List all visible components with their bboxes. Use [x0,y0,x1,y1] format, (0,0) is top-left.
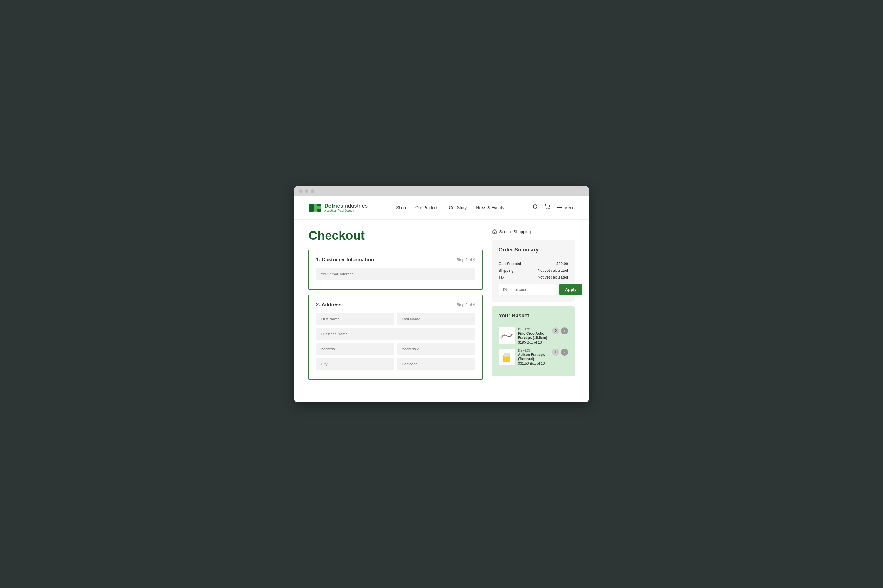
first-name-input[interactable] [316,313,394,325]
svg-point-6 [546,208,547,209]
logo-area[interactable]: DefriesIndustries Hospitals Trust Defrie… [308,201,368,214]
item-name: Adison Forceps (Toothed) [518,352,549,361]
browser-chrome [294,186,589,196]
item-price: $31.50 Box of 10 [518,362,549,366]
discount-code-input[interactable] [499,284,557,295]
header-actions: Menu [533,204,575,211]
remove-item-button[interactable]: × [561,349,568,356]
apply-button[interactable]: Apply [559,284,582,295]
nav-shop[interactable]: Shop [396,206,406,210]
tax-value: Not yet calculated [538,275,568,279]
svg-point-7 [548,208,549,209]
nav-our-products[interactable]: Our Products [415,206,439,210]
cart-subtotal-value: $99.99 [556,261,568,266]
address2-input[interactable] [397,343,475,355]
your-basket: Your Basket DEF [492,306,575,376]
logo-tagline: Hospitals Trust Defries [324,209,368,212]
logo-brand: DefriesIndustries [324,203,368,209]
address-step-label: Step 2 of 4 [457,302,475,307]
nav-news-events[interactable]: News & Events [476,206,504,210]
menu-button[interactable]: Menu [557,206,575,210]
tax-row: Tax Not yet calculated [499,275,568,279]
menu-label: Menu [564,206,575,210]
svg-line-5 [536,208,538,209]
city-postcode-row [316,358,475,373]
secure-badge: Secure Shopping [492,228,575,235]
cart-icon[interactable] [544,204,551,211]
nav-our-story[interactable]: Our Story [449,206,466,210]
site-header: DefriesIndustries Hospitals Trust Defrie… [294,196,589,220]
item-qty-badge: 2 [552,327,559,334]
svg-rect-16 [504,353,510,356]
email-input[interactable] [316,268,475,280]
shipping-label: Shipping [499,268,514,273]
address-row [316,343,475,358]
order-summary: Order Summary Cart Subtotal $99.99 Shipp… [492,240,575,302]
item-name: Fine Croc-Action Forceps (15.5cm) [518,332,549,340]
postcode-input[interactable] [397,358,475,370]
basket-item: DEF123 Adison Forceps (Toothed) $31.50 B… [499,349,568,366]
browser-dot-green [311,189,314,193]
svg-rect-0 [309,204,314,212]
shipping-row: Shipping Not yet calculated [499,268,568,273]
customer-section-title: 1. Customer Information [316,257,374,262]
cart-subtotal-row: Cart Subtotal $99.99 [499,261,568,266]
browser-window: DefriesIndustries Hospitals Trust Defrie… [294,186,589,402]
search-icon[interactable] [533,204,539,211]
item-info-adison: DEF123 Adison Forceps (Toothed) $31.50 B… [518,349,549,366]
basket-divider [499,323,568,323]
main-nav: Shop Our Products Our Story News & Event… [396,206,504,210]
cart-subtotal-label: Cart Subtotal [499,261,521,266]
item-sku: DEF123 [518,349,549,352]
logo-icon [308,201,321,214]
shipping-value: Not yet calculated [538,268,568,273]
basket-item: DEF123 Fine Croc-Action Forceps (15.5cm)… [499,327,568,345]
item-image-adison [499,349,515,365]
name-row [316,313,475,328]
remove-item-button[interactable]: × [561,327,568,334]
secure-label: Secure Shopping [499,230,531,234]
lock-icon [492,228,497,235]
item-info-forceps: DEF123 Fine Croc-Action Forceps (15.5cm)… [518,327,549,345]
section-header-address: 2. Address Step 2 of 4 [316,302,475,308]
tax-label: Tax [499,275,504,279]
summary-divider [499,258,568,258]
city-input[interactable] [316,358,394,370]
discount-row: Apply [499,284,568,295]
section-header-customer: 1. Customer Information Step 1 of 4 [316,257,475,262]
item-qty-badge: 1 [552,349,559,356]
svg-point-12 [494,232,495,232]
svg-rect-17 [504,356,509,357]
page-title: Checkout [308,228,483,243]
checkout-form-area: Checkout 1. Customer Information Step 1 … [308,228,483,385]
svg-rect-3 [314,206,321,208]
item-image-forceps [499,327,515,344]
browser-dot-red [299,189,302,193]
basket-title: Your Basket [499,313,568,319]
address-section: 2. Address Step 2 of 4 [308,295,483,380]
customer-information-section: 1. Customer Information Step 1 of 4 [308,250,483,290]
right-sidebar: Secure Shopping Order Summary Cart Subto… [492,228,575,385]
page-content: DefriesIndustries Hospitals Trust Defrie… [294,196,589,402]
address-section-title: 2. Address [316,302,341,308]
customer-step-label: Step 1 of 4 [457,257,475,262]
item-sku: DEF123 [518,327,549,331]
last-name-input[interactable] [397,313,475,325]
logo-text: DefriesIndustries Hospitals Trust Defrie… [324,203,368,212]
order-summary-title: Order Summary [499,247,568,253]
address1-input[interactable] [316,343,394,355]
item-controls-adison: 1 × [552,349,568,356]
business-name-input[interactable] [316,328,475,340]
item-price: $195 Box of 10 [518,340,549,345]
browser-dot-yellow [305,189,308,193]
main-content: Checkout 1. Customer Information Step 1 … [294,220,589,396]
item-controls-forceps: 2 × [552,327,568,334]
